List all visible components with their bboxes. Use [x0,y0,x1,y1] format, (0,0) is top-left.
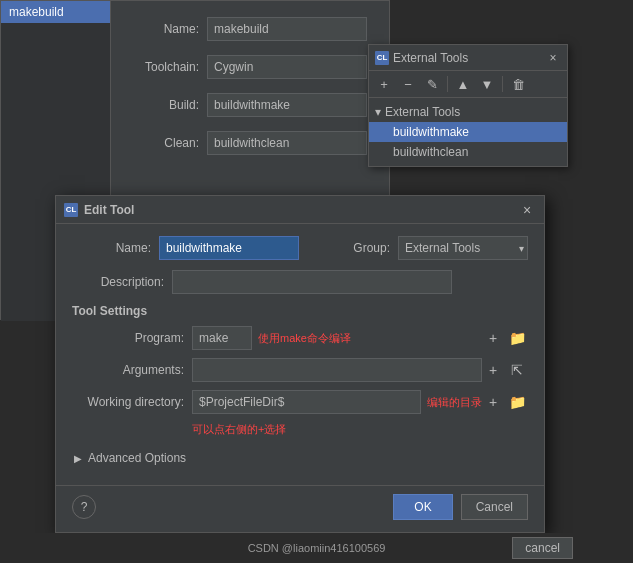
group-select[interactable]: External Tools [398,236,528,260]
program-annotation: 使用make命令编译 [258,331,351,346]
arguments-label: Arguments: [72,363,192,377]
build-label: Build: [127,98,207,112]
program-row: Program: 使用make命令编译 + 📁 [72,326,528,350]
name-group-row: Name: Group: External Tools ▾ [72,236,528,260]
edit-tool-button[interactable]: ✎ [421,74,443,94]
arguments-row: Arguments: + ⇱ [72,358,528,382]
dialog-footer: ? OK Cancel [56,485,544,532]
clean-row: Clean: [127,131,373,155]
cancel-button[interactable]: Cancel [461,494,528,520]
clean-input[interactable] [207,131,367,155]
ext-tools-titlebar: CL External Tools × [369,45,567,71]
name-field[interactable] [159,236,299,260]
toolchain-input[interactable] [207,55,367,79]
working-dir-label: Working directory: [72,395,192,409]
add-tool-button[interactable]: + [373,74,395,94]
external-tools-panel: CL External Tools × + − ✎ ▲ ▼ 🗑 ▾ Extern… [368,44,568,167]
group-select-wrapper: External Tools ▾ [398,236,528,260]
program-folder-button[interactable]: 📁 [506,327,528,349]
ext-tools-tree: ▾ External Tools buildwithmake buildwith… [369,98,567,166]
program-actions: + 📁 [482,327,528,349]
working-dir-add-button[interactable]: + [482,391,504,413]
sidebar-item-makebuild[interactable]: makebuild [1,1,110,23]
name-label: Name: [127,22,207,36]
program-label: Program: [72,331,192,345]
name-input[interactable] [207,17,367,41]
bg-window-content: Name: Toolchain: Build: Clean: [111,1,389,185]
toolchain-label: Toolchain: [127,60,207,74]
tool-settings-title: Tool Settings [72,304,528,318]
dialog-titlebar: CL Edit Tool × [56,196,544,224]
delete-tool-button[interactable]: 🗑 [507,74,529,94]
advanced-options-row[interactable]: ▶ Advanced Options [72,443,528,469]
working-dir-actions: + 📁 [482,391,528,413]
dialog-action-buttons: OK Cancel [393,494,528,520]
ext-tools-close-button[interactable]: × [545,50,561,66]
working-dir-row: Working directory: 编辑的目录 + 📁 [72,390,528,414]
arguments-input[interactable] [192,358,482,382]
arguments-actions: + ⇱ [482,359,528,381]
help-button[interactable]: ? [72,495,96,519]
bottom-cancel-button[interactable]: cancel [512,537,573,559]
move-down-button[interactable]: ▼ [476,74,498,94]
toolbar-separator-2 [502,76,503,92]
tree-group-external-tools: ▾ External Tools [369,102,567,122]
move-up-button[interactable]: ▲ [452,74,474,94]
ext-tools-title-text: External Tools [393,51,468,65]
working-dir-annotation2: 可以点右侧的+选择 [192,422,286,437]
description-row: Description: [72,270,528,294]
triangle-icon: ▶ [72,452,84,464]
toolchain-row: Toolchain: [127,55,373,79]
working-dir-folder-button[interactable]: 📁 [506,391,528,413]
clean-label: Clean: [127,136,207,150]
tree-group-arrow: ▾ [375,105,381,119]
name-field-label: Name: [72,241,159,255]
tree-group-label: External Tools [385,105,460,119]
description-label: Description: [72,275,172,289]
advanced-options-label: Advanced Options [88,451,186,465]
group-field-label: Group: [311,241,398,255]
program-add-button[interactable]: + [482,327,504,349]
ext-tools-title: CL External Tools [375,51,468,65]
dialog-close-button[interactable]: × [518,201,536,219]
arguments-add-button[interactable]: + [482,359,504,381]
description-field[interactable] [172,270,452,294]
tree-item-buildwithclean[interactable]: buildwithclean [369,142,567,162]
program-input[interactable] [192,326,252,350]
annotation2-row: 可以点右侧的+选择 [72,422,528,437]
cl-icon: CL [375,51,389,65]
edit-tool-dialog: CL Edit Tool × Name: Group: External Too… [55,195,545,533]
tree-item-buildwithmake[interactable]: buildwithmake [369,122,567,142]
toolbar-separator [447,76,448,92]
watermark-text: CSDN @liaomiin416100569 [248,542,386,554]
name-row: Name: [127,17,373,41]
dialog-title: CL Edit Tool [64,203,134,217]
build-input[interactable] [207,93,367,117]
dialog-title-text: Edit Tool [84,203,134,217]
arguments-expand-button[interactable]: ⇱ [506,359,528,381]
working-dir-input[interactable] [192,390,421,414]
dialog-cl-icon: CL [64,203,78,217]
dialog-body: Name: Group: External Tools ▾ Descriptio… [56,224,544,481]
ok-button[interactable]: OK [393,494,452,520]
remove-tool-button[interactable]: − [397,74,419,94]
working-dir-annotation: 编辑的目录 [427,395,482,410]
ext-tools-toolbar: + − ✎ ▲ ▼ 🗑 [369,71,567,98]
build-row: Build: [127,93,373,117]
